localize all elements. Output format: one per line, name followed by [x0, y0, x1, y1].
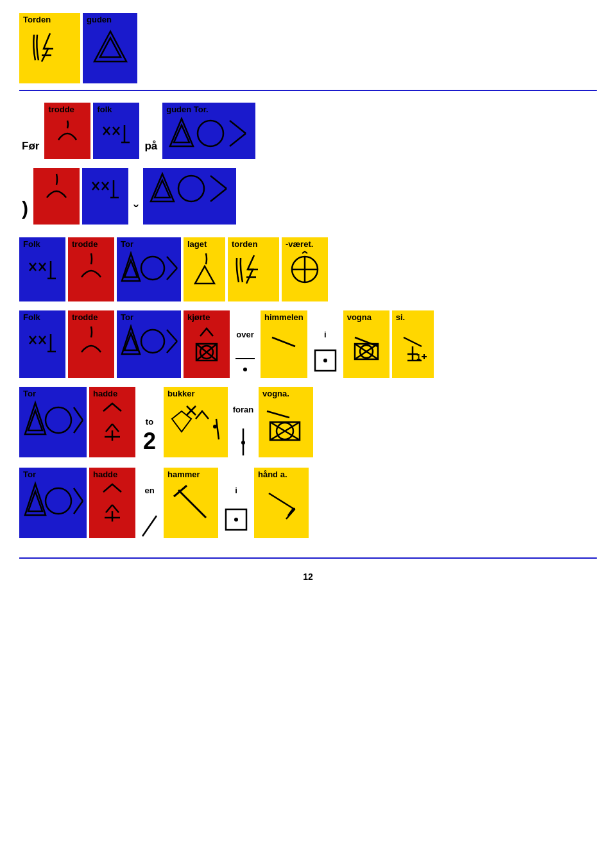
card-himmelen: himmelen	[261, 310, 307, 378]
card-torden-yellow: Torden	[19, 13, 80, 83]
symbol-trodde-1	[53, 115, 81, 148]
word-foran: foran	[230, 387, 256, 457]
card-torden-2: torden	[228, 237, 279, 301]
svg-line-14	[230, 133, 246, 146]
svg-point-23	[178, 176, 204, 201]
svg-line-36	[167, 268, 177, 280]
svg-point-59	[243, 368, 247, 371]
row-rune: ) ˇ	[19, 168, 597, 225]
svg-text:1: 1	[416, 353, 421, 362]
word-foer: Før	[19, 140, 42, 159]
svg-point-97	[46, 488, 71, 514]
svg-line-78	[74, 407, 83, 420]
card-trodde-3: trodde	[68, 310, 114, 378]
card-tor-1: Tor	[117, 237, 181, 301]
svg-point-51	[141, 330, 164, 353]
card-folk-2: Folk	[19, 237, 65, 301]
svg-point-12	[198, 121, 223, 146]
word-to: to 2	[138, 387, 161, 457]
svg-line-24	[210, 176, 227, 189]
card-guden-tor-1: guden Tor.	[162, 103, 255, 159]
row-tor-hadde-1: Tor hadde to 2 bukker	[19, 387, 597, 457]
svg-line-109	[269, 493, 295, 509]
card-folk-1: folk	[93, 103, 139, 159]
symbol-folk-small	[89, 171, 121, 206]
card-bukker: bukker	[164, 387, 228, 457]
svg-line-81	[112, 424, 119, 432]
card-tor-3: Tor	[19, 387, 87, 457]
row-folk-trodde: Folk trodde Tor laget	[19, 237, 597, 301]
svg-line-106	[174, 486, 187, 496]
row-tor-hadde-2: Tor hadde en hammer	[19, 468, 597, 538]
svg-line-35	[167, 257, 177, 268]
card-hadde-2: hadde	[89, 468, 135, 538]
word-k: ˇ	[131, 203, 141, 225]
card-guden-tor-2	[143, 168, 236, 225]
card-guden-symbol	[91, 28, 130, 71]
svg-point-62	[323, 359, 327, 362]
symbol-folk-1	[100, 115, 132, 148]
card-laget-1: laget	[184, 237, 225, 301]
card-tor-4: Tor	[19, 468, 87, 538]
svg-line-99	[74, 501, 83, 514]
word-i-2: i	[221, 468, 252, 538]
card-hammer: hammer	[164, 468, 218, 538]
svg-line-104	[142, 516, 157, 536]
svg-line-80	[106, 424, 112, 432]
card-vogna-1: vogna	[343, 310, 389, 378]
svg-line-87	[216, 419, 219, 439]
word-paa: på	[142, 140, 160, 159]
card-tor-2: Tor	[117, 310, 181, 378]
svg-line-90	[267, 411, 289, 418]
word-over: over	[232, 310, 258, 378]
word-i-1: i	[310, 310, 341, 378]
card-guden-label: guden	[87, 15, 112, 24]
card-torden-label: Torden	[23, 15, 51, 24]
svg-marker-3	[100, 38, 121, 57]
card-si: si. 1	[392, 310, 434, 378]
svg-line-53	[167, 341, 177, 353]
card-vaeret-1: -været.	[282, 237, 328, 301]
card-hadde-1: hadde	[89, 387, 135, 457]
symbol-guden-tor-1	[169, 115, 249, 151]
svg-line-105	[178, 490, 206, 518]
svg-line-100	[106, 505, 112, 513]
word-en: en	[138, 468, 161, 538]
card-kjorte: kjørte	[184, 310, 230, 378]
svg-line-79	[74, 420, 83, 433]
page-number: 12	[19, 572, 597, 582]
divider-top	[19, 90, 597, 91]
card-guden-blue: guden	[83, 13, 137, 83]
svg-point-108	[234, 518, 238, 522]
top-section: Torden guden	[19, 13, 597, 83]
svg-line-60	[272, 337, 295, 346]
card-trodde-2: trodde	[68, 237, 114, 301]
svg-line-25	[210, 189, 227, 201]
svg-line-101	[112, 505, 119, 513]
card-folk-3: Folk	[19, 310, 65, 378]
svg-line-68	[404, 337, 422, 346]
svg-point-34	[141, 257, 164, 280]
card-trodde-1: trodde	[44, 103, 90, 159]
svg-marker-22	[155, 180, 170, 198]
symbol-trodde-small	[42, 171, 71, 206]
svg-line-52	[167, 330, 177, 341]
svg-line-98	[74, 488, 83, 501]
svg-marker-11	[174, 125, 189, 142]
svg-line-13	[230, 121, 246, 133]
svg-marker-37	[195, 266, 214, 284]
word-paren: )	[19, 198, 31, 225]
card-folk-1b	[82, 168, 128, 225]
card-haanda: hånd a.	[254, 468, 309, 538]
card-trodde-1b	[33, 168, 80, 225]
card-torden-symbol	[28, 28, 73, 71]
divider-bottom	[19, 557, 597, 559]
symbol-guden-tor-2	[150, 171, 230, 206]
card-vogna-2: vogna.	[259, 387, 313, 457]
svg-point-77	[46, 407, 71, 433]
row-kjorte: Folk trodde Tor kjørte	[19, 310, 597, 378]
row-foer: Før trodde folk på guden Tor.	[19, 103, 597, 159]
